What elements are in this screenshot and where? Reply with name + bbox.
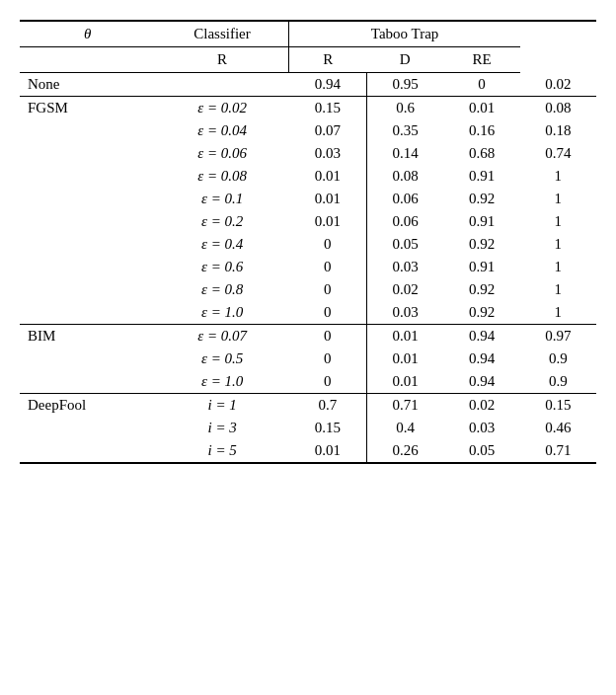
taboo-re-header: RE: [443, 47, 519, 73]
taboo-d-value: 0.92: [443, 301, 519, 325]
taboo-re-value: 0.9: [520, 370, 596, 394]
taboo-re-value: 0.15: [520, 394, 596, 418]
table-row: ε = 0.060.030.140.680.74: [20, 142, 596, 165]
classifier-value: 0.7: [289, 394, 366, 418]
taboo-d-value: 0.91: [443, 165, 519, 188]
attack-name: [20, 165, 156, 188]
taboo-re-value: 1: [520, 278, 596, 301]
taboo-r-value: 0.03: [366, 256, 443, 278]
taboo-d-value: 0.03: [443, 417, 519, 439]
taboo-d-value: 0.91: [443, 256, 519, 278]
taboo-re-value: 0.9: [520, 348, 596, 370]
classifier-r-header: R: [156, 47, 289, 73]
taboo-r-value: 0.71: [366, 394, 443, 418]
table-row: ε = 0.040.070.350.160.18: [20, 119, 596, 142]
attack-name: [20, 233, 156, 256]
header-row-2: R R D RE: [20, 47, 596, 73]
table-row: ε = 0.400.050.921: [20, 233, 596, 256]
theta-value: ε = 0.4: [156, 233, 289, 256]
taboo-r-value: 0.01: [366, 370, 443, 394]
classifier-value: 0.94: [289, 73, 366, 97]
taboo-d-header: D: [366, 47, 443, 73]
table-row: ε = 0.600.030.911: [20, 256, 596, 278]
taboo-re-value: 0.46: [520, 417, 596, 439]
table-row: ε = 0.500.010.940.9: [20, 348, 596, 370]
table-container: θ Classifier Taboo Trap R R D RE None0.9…: [20, 20, 596, 464]
attack-name: [20, 370, 156, 394]
classifier-value: 0: [289, 256, 366, 278]
taboo-r-value: 0.06: [366, 188, 443, 210]
classifier-value: 0.03: [289, 142, 366, 165]
attack-name: [20, 256, 156, 278]
attack-name: [20, 417, 156, 439]
table-row: ε = 1.000.030.921: [20, 301, 596, 325]
taboo-re-value: 0.08: [520, 97, 596, 120]
table-row: ε = 0.800.020.921: [20, 278, 596, 301]
classifier-value: 0.01: [289, 188, 366, 210]
classifier-header: Classifier: [156, 21, 289, 47]
attack-name: [20, 278, 156, 301]
taboo-d-value: 0.01: [443, 97, 519, 120]
taboo-d-value: 0.92: [443, 233, 519, 256]
taboo-re-value: 0.71: [520, 439, 596, 463]
theta-header: θ: [20, 21, 156, 47]
taboo-d-value: 0.94: [443, 348, 519, 370]
taboo-r-value: 0.14: [366, 142, 443, 165]
taboo-re-value: 1: [520, 301, 596, 325]
attack-name: DeepFool: [20, 394, 156, 418]
taboo-d-value: 0.94: [443, 325, 519, 348]
attack-name: [20, 142, 156, 165]
taboo-d-value: 0.91: [443, 210, 519, 233]
table-row: i = 30.150.40.030.46: [20, 417, 596, 439]
table-row: DeepFooli = 10.70.710.020.15: [20, 394, 596, 418]
theta-value: ε = 0.04: [156, 119, 289, 142]
classifier-value: 0: [289, 301, 366, 325]
taboo-r-value: 0.95: [366, 73, 443, 97]
table-row: ε = 0.20.010.060.911: [20, 210, 596, 233]
taboo-d-value: 0.92: [443, 188, 519, 210]
table-row: None0.940.9500.02: [20, 73, 596, 97]
tabootrap-header: Taboo Trap: [289, 21, 520, 47]
taboo-r-header: R: [289, 47, 366, 73]
taboo-d-value: 0.16: [443, 119, 519, 142]
classifier-value: 0.07: [289, 119, 366, 142]
table-row: ε = 0.080.010.080.911: [20, 165, 596, 188]
theta-value: ε = 0.02: [156, 97, 289, 120]
table-row: i = 50.010.260.050.71: [20, 439, 596, 463]
taboo-r-value: 0.08: [366, 165, 443, 188]
taboo-d-value: 0.05: [443, 439, 519, 463]
taboo-re-value: 1: [520, 188, 596, 210]
taboo-r-value: 0.02: [366, 278, 443, 301]
taboo-re-value: 1: [520, 256, 596, 278]
theta-value: ε = 0.6: [156, 256, 289, 278]
table-row: ε = 1.000.010.940.9: [20, 370, 596, 394]
taboo-d-value: 0.68: [443, 142, 519, 165]
classifier-value: 0.01: [289, 210, 366, 233]
taboo-r-value: 0.35: [366, 119, 443, 142]
theta-subheader: [20, 47, 156, 73]
attack-name: [20, 301, 156, 325]
theta-value: ε = 0.1: [156, 188, 289, 210]
theta-value: ε = 1.0: [156, 301, 289, 325]
attack-name: [20, 210, 156, 233]
attack-name: [20, 188, 156, 210]
table-row: BIMε = 0.0700.010.940.97: [20, 325, 596, 348]
theta-value: ε = 0.06: [156, 142, 289, 165]
attack-name: [20, 439, 156, 463]
classifier-value: 0: [289, 348, 366, 370]
taboo-d-value: 0.02: [443, 394, 519, 418]
taboo-r-value: 0.26: [366, 439, 443, 463]
taboo-re-value: 1: [520, 210, 596, 233]
taboo-d-value: 0: [443, 73, 519, 97]
taboo-d-value: 0.92: [443, 278, 519, 301]
classifier-value: 0.15: [289, 417, 366, 439]
attack-name: [20, 119, 156, 142]
table-row: FGSMε = 0.020.150.60.010.08: [20, 97, 596, 120]
attack-name: BIM: [20, 325, 156, 348]
table-body: None0.940.9500.02FGSMε = 0.020.150.60.01…: [20, 73, 596, 464]
theta-value: ε = 1.0: [156, 370, 289, 394]
classifier-value: 0.15: [289, 97, 366, 120]
taboo-r-value: 0.01: [366, 325, 443, 348]
classifier-value: 0: [289, 370, 366, 394]
table-row: ε = 0.10.010.060.921: [20, 188, 596, 210]
